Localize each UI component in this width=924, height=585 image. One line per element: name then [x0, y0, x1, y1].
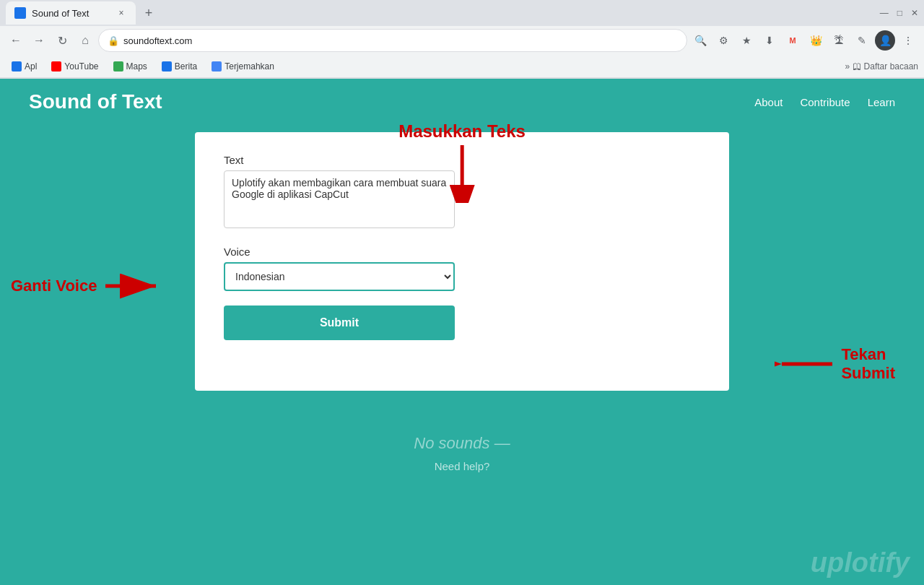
profile-icon[interactable]: 👤 — [875, 30, 895, 51]
extension2-icon[interactable]: 👑 — [806, 30, 826, 51]
extension3-icon[interactable]: 🏝 — [829, 30, 849, 51]
nav-learn[interactable]: Learn — [868, 96, 895, 108]
site-header: Sound of Text About Contribute Learn — [0, 79, 924, 125]
bookmark-berita[interactable]: Berita — [156, 60, 203, 73]
annotation-masukkan-teks: Masukkan Teks — [398, 121, 526, 142]
submit-button[interactable]: Submit — [224, 306, 455, 340]
minimize-icon[interactable]: — — [880, 8, 889, 18]
no-sounds-section: No sounds — Need help? — [0, 412, 924, 472]
annotation-ganti-container: Ganti Voice — [11, 273, 163, 299]
page-content: Sound of Text About Contribute Learn Mas… — [0, 79, 924, 585]
tab-title: Sound of Text — [32, 8, 89, 19]
maximize-icon[interactable]: □ — [897, 8, 902, 18]
tab-close-button[interactable]: × — [116, 7, 127, 19]
bookmark-apl-label: Apl — [25, 61, 37, 72]
lock-icon: 🔒 — [108, 35, 119, 46]
gmail-icon[interactable]: M — [783, 30, 803, 51]
forward-button[interactable]: → — [29, 30, 49, 51]
bookmark-youtube[interactable]: YouTube — [45, 60, 104, 73]
back-button[interactable]: ← — [6, 30, 26, 51]
home-button[interactable]: ⌂ — [75, 30, 95, 51]
bookmarks-more[interactable]: » 🕮 Daftar bacaan — [845, 61, 918, 72]
tab-favicon — [14, 7, 26, 19]
bookmark-youtube-label: YouTube — [64, 61, 98, 72]
annotation-tekan-container: Tekan Submit — [775, 345, 895, 384]
address-bar-row: ← → ↻ ⌂ 🔒 soundoftext.com 🔍 ⚙ ★ ⬇ M 👑 🏝 … — [0, 26, 924, 55]
bookmark-terjemahkan[interactable]: Terjemahkan — [206, 60, 280, 73]
youtube-icon — [51, 61, 61, 72]
bookmark-berita-label: Berita — [175, 61, 197, 72]
ganti-arrow-svg — [105, 273, 163, 299]
site-title[interactable]: Sound of Text — [29, 90, 162, 113]
maps-icon — [113, 61, 123, 72]
zoom-icon[interactable]: 🔍 — [690, 30, 710, 51]
terjemahkan-icon — [212, 61, 222, 72]
bookmark-terjemahkan-label: Terjemahkan — [225, 61, 274, 72]
close-window-icon[interactable]: ✕ — [911, 8, 918, 18]
voice-form-group: Voice Indonesian English Japanese — [224, 246, 700, 291]
apl-icon — [12, 61, 22, 72]
url-text: soundoftext.com — [123, 35, 192, 46]
voice-label: Voice — [224, 246, 700, 258]
download-icon[interactable]: ⬇ — [759, 30, 780, 51]
annotation-tekan-submit: Tekan Submit — [841, 345, 895, 384]
extension4-icon[interactable]: ✎ — [852, 30, 872, 51]
refresh-button[interactable]: ↻ — [52, 30, 72, 51]
bookmark-maps-label: Maps — [126, 61, 147, 72]
site-nav: About Contribute Learn — [754, 96, 895, 108]
content-wrapper: Masukkan Teks Ganti Voice — [0, 125, 924, 391]
need-help-text[interactable]: Need help? — [0, 453, 924, 472]
berita-icon — [162, 61, 172, 72]
annotation-masukkan-container: Masukkan Teks — [398, 121, 526, 203]
browser-tab[interactable]: Sound of Text × — [6, 1, 136, 25]
no-sounds-text: No sounds — — [0, 412, 924, 453]
annotation-ganti-voice: Ganti Voice — [11, 277, 97, 295]
tekan-arrow-svg — [775, 351, 832, 377]
bookmark-maps[interactable]: Maps — [108, 60, 153, 73]
address-bar[interactable]: 🔒 soundoftext.com — [98, 29, 687, 52]
nav-contribute[interactable]: Contribute — [800, 96, 850, 108]
window-controls: — □ ✕ — [880, 8, 918, 18]
annotation-arrow-down-svg — [440, 145, 484, 203]
nav-about[interactable]: About — [754, 96, 783, 108]
extension-icon[interactable]: ⚙ — [713, 30, 733, 51]
bookmarks-bar: Apl YouTube Maps Berita Terjemahkan » 🕮 … — [0, 55, 924, 78]
bookmark-apl[interactable]: Apl — [6, 60, 43, 73]
uplotify-watermark: uplotify — [811, 547, 910, 578]
new-tab-button[interactable]: + — [139, 3, 159, 23]
submit-form-group: Submit — [224, 306, 700, 340]
bookmark-star-icon[interactable]: ★ — [736, 30, 757, 51]
menu-icon[interactable]: ⋮ — [898, 30, 918, 51]
toolbar-icons: 🔍 ⚙ ★ ⬇ M 👑 🏝 ✎ 👤 ⋮ — [690, 30, 918, 51]
voice-select[interactable]: Indonesian English Japanese — [224, 262, 455, 291]
